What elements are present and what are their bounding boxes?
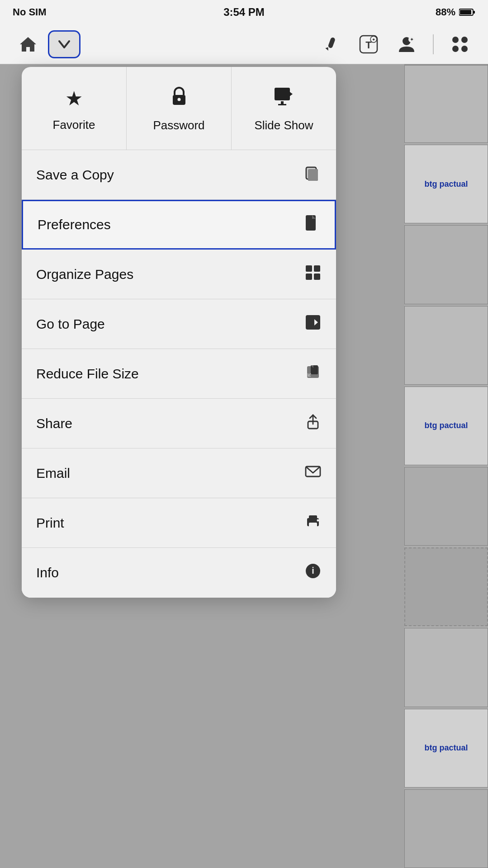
- apps-button[interactable]: [448, 33, 472, 56]
- svg-rect-26: [308, 169, 318, 181]
- go-to-page-button[interactable]: Go to Page: [22, 299, 336, 349]
- svg-point-18: [177, 98, 180, 101]
- info-icon: i: [304, 562, 322, 583]
- annotate-icon: [322, 35, 340, 53]
- svg-rect-30: [314, 265, 320, 272]
- svg-marker-20: [289, 91, 293, 97]
- svg-rect-42: [309, 523, 317, 528]
- svg-point-14: [461, 37, 468, 43]
- svg-rect-19: [275, 88, 290, 100]
- email-label: Email: [36, 466, 70, 481]
- svg-point-43: [317, 519, 319, 521]
- svg-point-15: [452, 46, 459, 52]
- svg-point-13: [452, 37, 459, 43]
- slideshow-button[interactable]: Slide Show: [232, 67, 336, 150]
- svg-rect-41: [309, 515, 317, 519]
- email-icon: [304, 463, 322, 484]
- organize-pages-label: Organize Pages: [36, 267, 133, 282]
- dropdown-panel: ★ Favorite Password: [22, 67, 336, 598]
- print-label: Print: [36, 515, 64, 531]
- svg-text:i: i: [312, 566, 314, 576]
- grid-icon: [304, 264, 322, 285]
- preferences-label: Preferences: [38, 217, 111, 232]
- svg-rect-31: [306, 274, 312, 280]
- person-button[interactable]: ✦: [395, 33, 418, 56]
- password-button[interactable]: Password: [127, 67, 232, 150]
- slideshow-label: Slide Show: [254, 118, 313, 132]
- print-icon: [304, 513, 322, 533]
- status-right: 88%: [436, 6, 475, 18]
- dropdown-button[interactable]: [48, 30, 81, 58]
- info-label: Info: [36, 565, 59, 580]
- apps-icon: [450, 35, 469, 54]
- svg-text:✦: ✦: [410, 37, 414, 42]
- svg-rect-1: [460, 10, 471, 14]
- reduce-file-size-label: Reduce File Size: [36, 366, 139, 382]
- star-icon: ★: [65, 87, 83, 110]
- home-button[interactable]: [16, 33, 40, 56]
- svg-marker-3: [20, 37, 36, 52]
- svg-rect-4: [328, 37, 336, 48]
- svg-rect-22: [278, 104, 286, 105]
- svg-rect-32: [314, 274, 320, 280]
- share-button[interactable]: Share: [22, 399, 336, 448]
- save-copy-label: Save a Copy: [36, 167, 114, 183]
- toolbar: T ✦ ✦: [0, 24, 488, 64]
- go-to-page-label: Go to Page: [36, 316, 105, 332]
- email-button[interactable]: Email: [22, 448, 336, 498]
- menu-icons-row: ★ Favorite Password: [22, 67, 336, 150]
- home-icon: [18, 34, 38, 54]
- annotate-button[interactable]: [319, 33, 342, 56]
- battery-label: 88%: [436, 6, 455, 18]
- preferences-doc-icon: [303, 214, 320, 235]
- organize-pages-button[interactable]: Organize Pages: [22, 250, 336, 299]
- preferences-button[interactable]: Preferences: [22, 200, 336, 250]
- text-tool-icon: T ✦: [359, 35, 378, 54]
- toolbar-left: [16, 30, 81, 58]
- person-icon: ✦: [397, 35, 416, 54]
- svg-rect-33: [306, 315, 320, 330]
- save-copy-button[interactable]: Save a Copy: [22, 150, 336, 200]
- chevron-down-icon: [57, 37, 72, 52]
- svg-rect-29: [306, 265, 312, 272]
- lock-icon: [169, 86, 189, 110]
- svg-point-16: [461, 46, 468, 52]
- password-label: Password: [153, 118, 204, 132]
- copy-icon: [304, 165, 322, 185]
- share-label: Share: [36, 416, 72, 431]
- favorite-button[interactable]: ★ Favorite: [22, 67, 127, 150]
- toolbar-right: T ✦ ✦: [319, 33, 472, 56]
- svg-rect-35: [311, 365, 318, 374]
- info-button[interactable]: Info i: [22, 548, 336, 598]
- arrow-icon: [304, 314, 322, 335]
- print-button[interactable]: Print: [22, 498, 336, 548]
- favorite-label: Favorite: [53, 118, 95, 132]
- compress-icon: [304, 363, 322, 384]
- share-icon: [304, 413, 322, 434]
- time-label: 3:54 PM: [223, 6, 265, 19]
- svg-marker-5: [325, 46, 329, 50]
- reduce-file-size-button[interactable]: Reduce File Size: [22, 349, 336, 399]
- toolbar-divider: [433, 34, 434, 54]
- carrier-label: No SIM: [13, 6, 47, 18]
- status-bar: No SIM 3:54 PM 88%: [0, 0, 488, 24]
- svg-rect-2: [474, 11, 475, 14]
- slideshow-icon: [274, 86, 294, 110]
- svg-text:✦: ✦: [372, 37, 375, 42]
- battery-icon: [459, 8, 475, 16]
- text-tool-button[interactable]: T ✦: [357, 33, 380, 56]
